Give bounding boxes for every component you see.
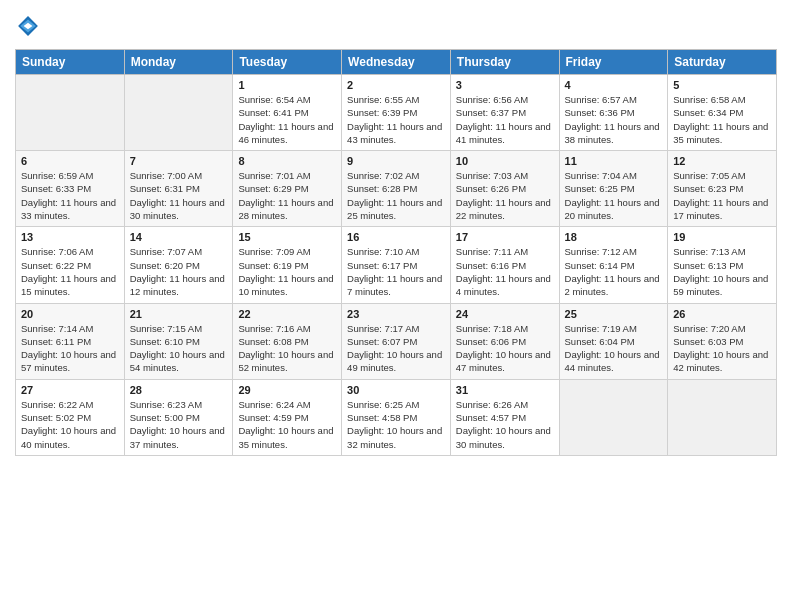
calendar-cell: 27Sunrise: 6:22 AMSunset: 5:02 PMDayligh… xyxy=(16,379,125,455)
day-detail: Sunrise: 6:22 AMSunset: 5:02 PMDaylight:… xyxy=(21,398,119,451)
day-detail: Sunrise: 6:55 AMSunset: 6:39 PMDaylight:… xyxy=(347,93,445,146)
day-number: 4 xyxy=(565,79,663,91)
day-number: 2 xyxy=(347,79,445,91)
calendar-cell: 31Sunrise: 6:26 AMSunset: 4:57 PMDayligh… xyxy=(450,379,559,455)
day-number: 7 xyxy=(130,155,228,167)
calendar-cell: 14Sunrise: 7:07 AMSunset: 6:20 PMDayligh… xyxy=(124,227,233,303)
calendar-cell: 24Sunrise: 7:18 AMSunset: 6:06 PMDayligh… xyxy=(450,303,559,379)
weekday-header-tuesday: Tuesday xyxy=(233,50,342,75)
day-detail: Sunrise: 7:03 AMSunset: 6:26 PMDaylight:… xyxy=(456,169,554,222)
calendar-cell: 3Sunrise: 6:56 AMSunset: 6:37 PMDaylight… xyxy=(450,75,559,151)
day-detail: Sunrise: 7:18 AMSunset: 6:06 PMDaylight:… xyxy=(456,322,554,375)
header xyxy=(15,10,777,41)
calendar-cell: 21Sunrise: 7:15 AMSunset: 6:10 PMDayligh… xyxy=(124,303,233,379)
calendar-cell: 16Sunrise: 7:10 AMSunset: 6:17 PMDayligh… xyxy=(342,227,451,303)
day-detail: Sunrise: 7:17 AMSunset: 6:07 PMDaylight:… xyxy=(347,322,445,375)
calendar-cell xyxy=(668,379,777,455)
day-detail: Sunrise: 6:59 AMSunset: 6:33 PMDaylight:… xyxy=(21,169,119,222)
calendar-body: 1Sunrise: 6:54 AMSunset: 6:41 PMDaylight… xyxy=(16,75,777,456)
day-detail: Sunrise: 7:12 AMSunset: 6:14 PMDaylight:… xyxy=(565,245,663,298)
day-detail: Sunrise: 7:05 AMSunset: 6:23 PMDaylight:… xyxy=(673,169,771,222)
day-number: 22 xyxy=(238,308,336,320)
day-detail: Sunrise: 7:01 AMSunset: 6:29 PMDaylight:… xyxy=(238,169,336,222)
calendar-cell: 20Sunrise: 7:14 AMSunset: 6:11 PMDayligh… xyxy=(16,303,125,379)
calendar-cell: 30Sunrise: 6:25 AMSunset: 4:58 PMDayligh… xyxy=(342,379,451,455)
day-number: 30 xyxy=(347,384,445,396)
calendar-cell: 5Sunrise: 6:58 AMSunset: 6:34 PMDaylight… xyxy=(668,75,777,151)
weekday-header-thursday: Thursday xyxy=(450,50,559,75)
day-number: 27 xyxy=(21,384,119,396)
day-number: 12 xyxy=(673,155,771,167)
calendar-cell: 4Sunrise: 6:57 AMSunset: 6:36 PMDaylight… xyxy=(559,75,668,151)
day-number: 14 xyxy=(130,231,228,243)
calendar-cell: 7Sunrise: 7:00 AMSunset: 6:31 PMDaylight… xyxy=(124,151,233,227)
day-number: 17 xyxy=(456,231,554,243)
calendar-cell: 2Sunrise: 6:55 AMSunset: 6:39 PMDaylight… xyxy=(342,75,451,151)
day-number: 6 xyxy=(21,155,119,167)
day-number: 23 xyxy=(347,308,445,320)
day-number: 28 xyxy=(130,384,228,396)
calendar-cell: 22Sunrise: 7:16 AMSunset: 6:08 PMDayligh… xyxy=(233,303,342,379)
day-detail: Sunrise: 7:07 AMSunset: 6:20 PMDaylight:… xyxy=(130,245,228,298)
calendar-cell: 26Sunrise: 7:20 AMSunset: 6:03 PMDayligh… xyxy=(668,303,777,379)
day-number: 26 xyxy=(673,308,771,320)
day-number: 1 xyxy=(238,79,336,91)
day-number: 16 xyxy=(347,231,445,243)
weekday-header-friday: Friday xyxy=(559,50,668,75)
day-detail: Sunrise: 7:04 AMSunset: 6:25 PMDaylight:… xyxy=(565,169,663,222)
day-number: 5 xyxy=(673,79,771,91)
calendar-cell: 29Sunrise: 6:24 AMSunset: 4:59 PMDayligh… xyxy=(233,379,342,455)
day-number: 24 xyxy=(456,308,554,320)
day-detail: Sunrise: 6:25 AMSunset: 4:58 PMDaylight:… xyxy=(347,398,445,451)
weekday-header-wednesday: Wednesday xyxy=(342,50,451,75)
day-number: 25 xyxy=(565,308,663,320)
calendar-cell xyxy=(16,75,125,151)
day-detail: Sunrise: 6:58 AMSunset: 6:34 PMDaylight:… xyxy=(673,93,771,146)
day-number: 10 xyxy=(456,155,554,167)
day-number: 18 xyxy=(565,231,663,243)
day-detail: Sunrise: 6:26 AMSunset: 4:57 PMDaylight:… xyxy=(456,398,554,451)
calendar-cell: 15Sunrise: 7:09 AMSunset: 6:19 PMDayligh… xyxy=(233,227,342,303)
day-number: 13 xyxy=(21,231,119,243)
calendar-week-row: 6Sunrise: 6:59 AMSunset: 6:33 PMDaylight… xyxy=(16,151,777,227)
day-detail: Sunrise: 7:15 AMSunset: 6:10 PMDaylight:… xyxy=(130,322,228,375)
calendar-week-row: 27Sunrise: 6:22 AMSunset: 5:02 PMDayligh… xyxy=(16,379,777,455)
calendar-cell: 18Sunrise: 7:12 AMSunset: 6:14 PMDayligh… xyxy=(559,227,668,303)
calendar-cell: 12Sunrise: 7:05 AMSunset: 6:23 PMDayligh… xyxy=(668,151,777,227)
logo xyxy=(15,15,43,41)
weekday-header-row: SundayMondayTuesdayWednesdayThursdayFrid… xyxy=(16,50,777,75)
day-number: 15 xyxy=(238,231,336,243)
calendar-cell: 28Sunrise: 6:23 AMSunset: 5:00 PMDayligh… xyxy=(124,379,233,455)
calendar-cell: 1Sunrise: 6:54 AMSunset: 6:41 PMDaylight… xyxy=(233,75,342,151)
day-detail: Sunrise: 7:00 AMSunset: 6:31 PMDaylight:… xyxy=(130,169,228,222)
day-detail: Sunrise: 7:10 AMSunset: 6:17 PMDaylight:… xyxy=(347,245,445,298)
day-detail: Sunrise: 7:06 AMSunset: 6:22 PMDaylight:… xyxy=(21,245,119,298)
calendar-cell: 8Sunrise: 7:01 AMSunset: 6:29 PMDaylight… xyxy=(233,151,342,227)
day-detail: Sunrise: 7:14 AMSunset: 6:11 PMDaylight:… xyxy=(21,322,119,375)
day-number: 11 xyxy=(565,155,663,167)
day-number: 21 xyxy=(130,308,228,320)
calendar-header: SundayMondayTuesdayWednesdayThursdayFrid… xyxy=(16,50,777,75)
day-detail: Sunrise: 6:24 AMSunset: 4:59 PMDaylight:… xyxy=(238,398,336,451)
day-detail: Sunrise: 7:19 AMSunset: 6:04 PMDaylight:… xyxy=(565,322,663,375)
day-detail: Sunrise: 7:16 AMSunset: 6:08 PMDaylight:… xyxy=(238,322,336,375)
calendar-cell: 9Sunrise: 7:02 AMSunset: 6:28 PMDaylight… xyxy=(342,151,451,227)
calendar-cell xyxy=(124,75,233,151)
day-number: 9 xyxy=(347,155,445,167)
day-number: 20 xyxy=(21,308,119,320)
calendar-cell: 13Sunrise: 7:06 AMSunset: 6:22 PMDayligh… xyxy=(16,227,125,303)
calendar-cell: 19Sunrise: 7:13 AMSunset: 6:13 PMDayligh… xyxy=(668,227,777,303)
calendar-cell: 23Sunrise: 7:17 AMSunset: 6:07 PMDayligh… xyxy=(342,303,451,379)
day-detail: Sunrise: 7:11 AMSunset: 6:16 PMDaylight:… xyxy=(456,245,554,298)
calendar-week-row: 20Sunrise: 7:14 AMSunset: 6:11 PMDayligh… xyxy=(16,303,777,379)
calendar-week-row: 1Sunrise: 6:54 AMSunset: 6:41 PMDaylight… xyxy=(16,75,777,151)
day-detail: Sunrise: 6:56 AMSunset: 6:37 PMDaylight:… xyxy=(456,93,554,146)
calendar-week-row: 13Sunrise: 7:06 AMSunset: 6:22 PMDayligh… xyxy=(16,227,777,303)
logo-icon xyxy=(17,15,39,37)
day-number: 31 xyxy=(456,384,554,396)
calendar-table: SundayMondayTuesdayWednesdayThursdayFrid… xyxy=(15,49,777,456)
calendar-cell xyxy=(559,379,668,455)
calendar-cell: 17Sunrise: 7:11 AMSunset: 6:16 PMDayligh… xyxy=(450,227,559,303)
day-detail: Sunrise: 7:20 AMSunset: 6:03 PMDaylight:… xyxy=(673,322,771,375)
day-detail: Sunrise: 7:09 AMSunset: 6:19 PMDaylight:… xyxy=(238,245,336,298)
